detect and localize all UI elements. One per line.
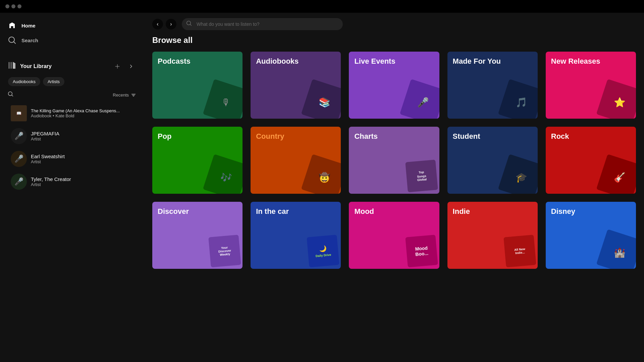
category-card-indie[interactable]: Indie All New Indie... <box>447 202 538 269</box>
library-item-jpegmafia-info: JPEGMAFIA Artist <box>31 131 133 141</box>
library-item-jpegmafia-sub: Artist <box>31 136 133 141</box>
category-label-disney: Disney <box>551 207 575 216</box>
library-item-tyler-info: Tyler, The Creator Artist <box>31 176 133 187</box>
library-item-killing-game[interactable]: 📖 The Killing Game (An Alexa Chase Suspe… <box>8 103 136 124</box>
title-bar <box>0 0 644 13</box>
library-recents-button[interactable]: Recents <box>113 93 136 98</box>
sidebar: Home Search Your L <box>0 13 144 362</box>
category-label-indie: Indie <box>453 207 470 216</box>
category-card-student[interactable]: Student 🎓 <box>447 127 538 194</box>
search-sort-row: Recents <box>8 92 136 99</box>
library-title-row: Your Library <box>8 61 52 71</box>
library-item-killing-game-name: The Killing Game (An Alexa Chase Suspens… <box>31 108 133 113</box>
category-card-rock[interactable]: Rock 🎸 <box>546 127 636 194</box>
category-label-student: Student <box>453 132 480 141</box>
category-card-new-releases[interactable]: New Releases ⭐ <box>546 52 636 119</box>
category-card-country[interactable]: Country 🤠 <box>251 127 341 194</box>
library-filters: Audiobooks Artists <box>8 77 136 86</box>
library-header: Your Library <box>8 61 136 72</box>
category-label-rock: Rock <box>551 132 569 141</box>
category-label-new-releases: New Releases <box>551 57 600 66</box>
library-item-earl-img: 🎤 <box>11 151 27 167</box>
library-icon <box>8 61 16 71</box>
category-label-charts: Charts <box>354 132 378 141</box>
category-card-in-the-car[interactable]: In the car 🌙 Daily Drive <box>251 202 341 269</box>
library-item-earl-info: Earl Sweatshirt Artist <box>31 154 133 164</box>
category-card-pop[interactable]: Pop 🎶 <box>152 127 243 194</box>
category-label-pop: Pop <box>158 132 172 141</box>
forward-button[interactable]: › <box>166 19 176 29</box>
category-label-discover: Discover <box>158 207 189 216</box>
minimize-dot <box>11 4 15 8</box>
library-item-tyler-sub: Artist <box>31 182 133 187</box>
category-label-podcasts: Podcasts <box>158 57 191 66</box>
category-grid: Podcasts 🎙 Audiobooks 📚 Live Events <box>152 52 636 269</box>
sidebar-nav: Home Search <box>0 13 144 53</box>
sidebar-home-label: Home <box>21 23 36 28</box>
back-button[interactable]: ‹ <box>152 19 163 29</box>
home-icon <box>8 21 16 29</box>
library-item-jpegmafia-img: 🎤 <box>11 128 27 144</box>
maximize-dot <box>17 4 21 8</box>
filter-artists[interactable]: Artists <box>43 77 64 86</box>
library-item-earl-sub: Artist <box>31 159 133 164</box>
sidebar-item-search[interactable]: Search <box>3 33 142 48</box>
library-item-tyler-name: Tyler, The Creator <box>31 176 133 182</box>
close-dot <box>5 4 9 8</box>
library-item-killing-game-img: 📖 <box>11 105 27 121</box>
category-card-charts[interactable]: Charts Top Songs Global <box>349 127 439 194</box>
category-card-podcasts[interactable]: Podcasts 🎙 <box>152 52 243 119</box>
top-bar: ‹ › <box>144 13 644 36</box>
main-content: ‹ › Browse all Podcasts 🎙 <box>144 13 644 362</box>
category-card-live-events[interactable]: Live Events 🎤 <box>349 52 439 119</box>
library-item-tyler[interactable]: 🎤 Tyler, The Creator Artist <box>8 171 136 192</box>
category-card-disney[interactable]: Disney 🏰 <box>546 202 636 269</box>
recents-label: Recents <box>113 93 129 98</box>
library-item-earl-sweatshirt[interactable]: 🎤 Earl Sweatshirt Artist <box>8 148 136 170</box>
nav-arrows: ‹ › <box>152 19 176 29</box>
category-label-country: Country <box>256 132 284 141</box>
sidebar-item-home[interactable]: Home <box>3 18 142 33</box>
category-label-mood: Mood <box>354 207 374 216</box>
category-label-made-for-you: Made For You <box>453 57 501 66</box>
library-item-killing-game-sub: Audiobook • Kate Bold <box>31 113 133 118</box>
library-item-jpegmafia-name: JPEGMAFIA <box>31 131 133 136</box>
filter-audiobooks[interactable]: Audiobooks <box>8 77 40 86</box>
search-nav-icon <box>8 36 16 44</box>
library-item-earl-name: Earl Sweatshirt <box>31 154 133 159</box>
sidebar-search-label: Search <box>21 38 38 43</box>
search-input[interactable] <box>182 18 343 30</box>
category-card-audiobooks[interactable]: Audiobooks 📚 <box>251 52 341 119</box>
library-search-button[interactable] <box>8 92 13 99</box>
library-section: Your Library Audiobooks <box>3 56 142 359</box>
library-list: 📖 The Killing Game (An Alexa Chase Suspe… <box>8 103 136 192</box>
category-label-in-the-car: In the car <box>256 207 289 216</box>
library-actions <box>112 61 136 72</box>
browse-area: Browse all Podcasts 🎙 Audiobooks 📚 <box>144 36 644 277</box>
library-title: Your Library <box>20 63 52 69</box>
library-add-button[interactable] <box>112 61 123 72</box>
library-item-tyler-img: 🎤 <box>11 174 27 190</box>
category-card-made-for-you[interactable]: Made For You 🎵 <box>447 52 538 119</box>
library-item-killing-game-info: The Killing Game (An Alexa Chase Suspens… <box>31 108 133 118</box>
library-expand-button[interactable] <box>125 61 136 72</box>
window-controls <box>5 4 21 8</box>
library-item-jpegmafia[interactable]: 🎤 JPEGMAFIA Artist <box>8 125 136 147</box>
browse-title: Browse all <box>152 36 636 45</box>
category-label-audiobooks: Audiobooks <box>256 57 299 66</box>
category-card-discover[interactable]: Discover Your Discover Weekly <box>152 202 243 269</box>
category-label-live-events: Live Events <box>354 57 395 66</box>
category-card-mood[interactable]: Mood Mood Boo... <box>349 202 439 269</box>
search-bar <box>182 18 343 30</box>
